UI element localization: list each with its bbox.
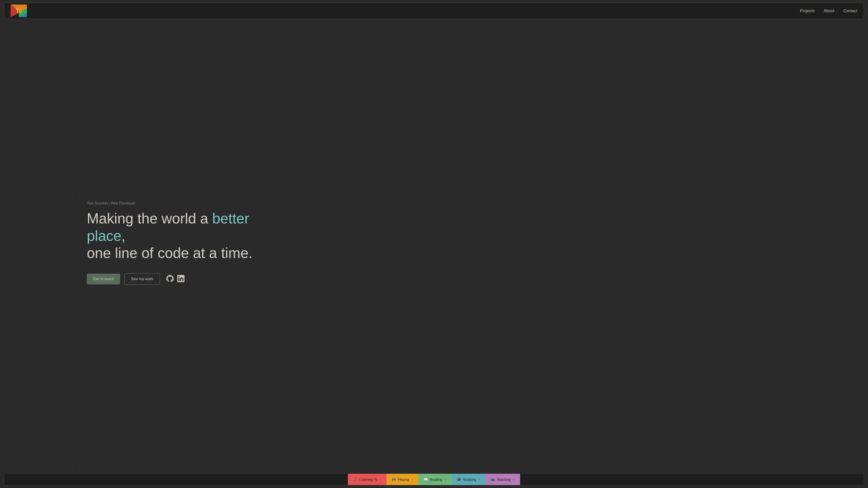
studying-icon: 🎓 [457,477,461,482]
bottom-bar: 🎵 Listening To → 🎮 Playing → 📖 Reading →… [4,474,864,485]
page-wrapper: Ts Projects About Contact Tom Scanlon | … [0,0,868,488]
navbar: Ts Projects About Contact [4,3,864,19]
nav-links: Projects About Contact [800,8,857,13]
bottom-bar-inner: 🎵 Listening To → 🎮 Playing → 📖 Reading →… [348,474,520,485]
logo-box: Ts [11,4,27,17]
see-my-work-button[interactable]: See my work [124,273,160,285]
github-link[interactable] [166,275,174,283]
nav-item-projects[interactable]: Projects [800,8,815,13]
bar-item-watching[interactable]: 📺 Watching → [485,474,520,485]
hero-actions: Get in touch See my work [87,273,712,285]
nav-item-contact[interactable]: Contact [843,8,857,13]
social-icons [166,275,184,283]
linkedin-link[interactable] [177,275,184,283]
linkedin-icon [177,275,184,282]
hero-heading-part2: , [121,228,125,244]
nav-link-about[interactable]: About [824,8,834,13]
hero-heading: Making the world a better place, one lin… [87,210,272,262]
get-in-touch-button[interactable]: Get in touch [87,273,120,285]
hero-subtitle: Tom Scanlon | Web Developer [87,201,712,205]
logo-text: Ts [16,7,22,14]
hero-heading-line2: one line of code at a time. [87,245,252,261]
listening-icon: 🎵 [353,477,358,482]
playing-icon: 🎮 [392,477,396,482]
watching-icon: 📺 [490,477,495,482]
listening-label: Listening To → [359,478,381,482]
github-icon [166,275,174,282]
bar-item-playing[interactable]: 🎮 Playing → [386,474,418,485]
hero-heading-part1: Making the world a [87,210,212,227]
nav-link-contact[interactable]: Contact [843,8,857,13]
nav-item-about[interactable]: About [824,8,834,13]
logo-container[interactable]: Ts [11,4,27,17]
reading-icon: 📖 [423,477,428,482]
studying-label: Studying → [463,478,480,482]
watching-label: Watching → [497,478,515,482]
bar-item-reading[interactable]: 📖 Reading → [418,474,452,485]
reading-label: Reading → [430,478,447,482]
bar-item-listening[interactable]: 🎵 Listening To → [348,474,386,485]
hero-section: Tom Scanlon | Web Developer Making the w… [0,22,868,474]
playing-label: Playing → [398,478,413,482]
nav-link-projects[interactable]: Projects [800,8,815,13]
bar-item-studying[interactable]: 🎓 Studying → [452,474,486,485]
